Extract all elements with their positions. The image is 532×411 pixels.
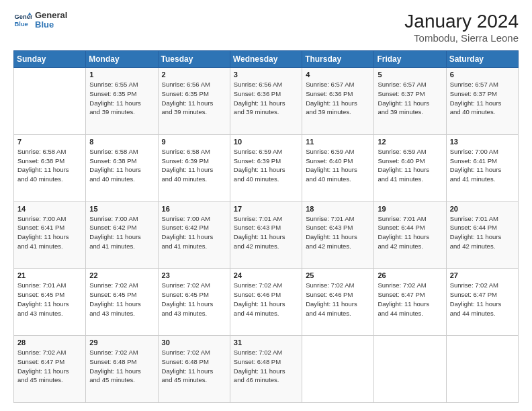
table-row: 8Sunrise: 6:58 AMSunset: 6:38 PMDaylight…: [86, 134, 158, 201]
day-info: Sunrise: 7:02 AMSunset: 6:48 PMDaylight:…: [234, 348, 298, 385]
calendar-week-row: 28Sunrise: 7:02 AMSunset: 6:47 PMDayligh…: [14, 336, 519, 403]
table-row: 17Sunrise: 7:01 AMSunset: 6:43 PMDayligh…: [230, 201, 302, 269]
day-number: 19: [378, 205, 442, 213]
calendar-week-row: 14Sunrise: 7:00 AMSunset: 6:41 PMDayligh…: [14, 201, 519, 269]
table-row: 2Sunrise: 6:56 AMSunset: 6:35 PMDaylight…: [158, 68, 230, 135]
day-info: Sunrise: 7:01 AMSunset: 6:44 PMDaylight:…: [378, 214, 442, 251]
day-info: Sunrise: 7:02 AMSunset: 6:47 PMDaylight:…: [450, 281, 515, 318]
table-row: 20Sunrise: 7:01 AMSunset: 6:44 PMDayligh…: [446, 201, 518, 269]
table-row: [14, 68, 86, 135]
logo: General Blue General Blue: [13, 11, 67, 30]
day-info: Sunrise: 7:00 AMSunset: 6:42 PMDaylight:…: [89, 214, 154, 251]
calendar-body: 1Sunrise: 6:55 AMSunset: 6:35 PMDaylight…: [14, 68, 519, 403]
day-number: 30: [162, 338, 226, 347]
calendar-header-row: Sunday Monday Tuesday Wednesday Thursday…: [14, 51, 519, 68]
day-info: Sunrise: 7:02 AMSunset: 6:45 PMDaylight:…: [162, 281, 226, 318]
day-info: Sunrise: 6:57 AMSunset: 6:36 PMDaylight:…: [306, 80, 370, 117]
day-info: Sunrise: 7:02 AMSunset: 6:47 PMDaylight:…: [378, 281, 442, 318]
table-row: 23Sunrise: 7:02 AMSunset: 6:45 PMDayligh…: [158, 269, 230, 336]
calendar-week-row: 7Sunrise: 6:58 AMSunset: 6:38 PMDaylight…: [14, 134, 519, 201]
table-row: 29Sunrise: 7:02 AMSunset: 6:48 PMDayligh…: [86, 336, 158, 403]
table-row: 16Sunrise: 7:00 AMSunset: 6:42 PMDayligh…: [158, 201, 230, 269]
svg-text:Blue: Blue: [15, 21, 28, 28]
day-number: 21: [17, 271, 82, 279]
table-row: 9Sunrise: 6:58 AMSunset: 6:39 PMDaylight…: [158, 134, 230, 201]
day-info: Sunrise: 6:59 AMSunset: 6:40 PMDaylight:…: [378, 147, 442, 184]
day-info: Sunrise: 6:58 AMSunset: 6:38 PMDaylight:…: [89, 147, 154, 184]
day-number: 23: [162, 271, 226, 279]
table-row: [302, 336, 374, 403]
col-monday: Monday: [86, 51, 158, 68]
day-info: Sunrise: 7:00 AMSunset: 6:41 PMDaylight:…: [17, 214, 82, 251]
day-number: 28: [17, 338, 82, 347]
day-number: 3: [234, 71, 298, 79]
day-number: 16: [162, 205, 226, 213]
day-info: Sunrise: 6:56 AMSunset: 6:35 PMDaylight:…: [162, 80, 226, 117]
col-tuesday: Tuesday: [158, 51, 230, 68]
day-info: Sunrise: 6:58 AMSunset: 6:38 PMDaylight:…: [17, 147, 82, 184]
day-info: Sunrise: 7:01 AMSunset: 6:43 PMDaylight:…: [234, 214, 298, 251]
day-info: Sunrise: 7:02 AMSunset: 6:47 PMDaylight:…: [17, 348, 82, 385]
day-info: Sunrise: 6:59 AMSunset: 6:40 PMDaylight:…: [306, 147, 370, 184]
day-info: Sunrise: 7:01 AMSunset: 6:44 PMDaylight:…: [450, 214, 515, 251]
day-number: 26: [378, 271, 442, 279]
title-block: January 2024 Tombodu, Sierra Leone: [404, 11, 519, 44]
table-row: [374, 336, 446, 403]
day-number: 1: [89, 71, 154, 79]
calendar-week-row: 21Sunrise: 7:01 AMSunset: 6:45 PMDayligh…: [14, 269, 519, 336]
table-row: 1Sunrise: 6:55 AMSunset: 6:35 PMDaylight…: [86, 68, 158, 135]
day-number: 2: [162, 71, 226, 79]
day-number: 6: [450, 71, 515, 79]
table-row: 13Sunrise: 7:00 AMSunset: 6:41 PMDayligh…: [446, 134, 518, 201]
day-number: 12: [378, 138, 442, 146]
table-row: 24Sunrise: 7:02 AMSunset: 6:46 PMDayligh…: [230, 269, 302, 336]
col-friday: Friday: [374, 51, 446, 68]
table-row: 5Sunrise: 6:57 AMSunset: 6:37 PMDaylight…: [374, 68, 446, 135]
day-info: Sunrise: 6:59 AMSunset: 6:39 PMDaylight:…: [234, 147, 298, 184]
table-row: 28Sunrise: 7:02 AMSunset: 6:47 PMDayligh…: [14, 336, 86, 403]
day-number: 22: [89, 271, 154, 279]
day-info: Sunrise: 7:01 AMSunset: 6:43 PMDaylight:…: [306, 214, 370, 251]
day-number: 14: [17, 205, 82, 213]
day-info: Sunrise: 7:00 AMSunset: 6:42 PMDaylight:…: [162, 214, 226, 251]
table-row: 6Sunrise: 6:57 AMSunset: 6:37 PMDaylight…: [446, 68, 518, 135]
day-info: Sunrise: 7:02 AMSunset: 6:45 PMDaylight:…: [89, 281, 154, 318]
day-info: Sunrise: 6:58 AMSunset: 6:39 PMDaylight:…: [162, 147, 226, 184]
table-row: 18Sunrise: 7:01 AMSunset: 6:43 PMDayligh…: [302, 201, 374, 269]
day-info: Sunrise: 6:57 AMSunset: 6:37 PMDaylight:…: [450, 80, 515, 117]
table-row: 11Sunrise: 6:59 AMSunset: 6:40 PMDayligh…: [302, 134, 374, 201]
page: General Blue General Blue January 2024 T…: [0, 0, 532, 411]
calendar-table: Sunday Monday Tuesday Wednesday Thursday…: [13, 50, 519, 403]
day-info: Sunrise: 6:56 AMSunset: 6:36 PMDaylight:…: [234, 80, 298, 117]
day-info: Sunrise: 7:00 AMSunset: 6:41 PMDaylight:…: [450, 147, 515, 184]
logo-text: General Blue: [35, 11, 67, 30]
table-row: 10Sunrise: 6:59 AMSunset: 6:39 PMDayligh…: [230, 134, 302, 201]
logo-icon: General Blue: [13, 11, 32, 30]
col-wednesday: Wednesday: [230, 51, 302, 68]
day-number: 4: [306, 71, 370, 79]
day-number: 27: [450, 271, 515, 279]
day-number: 29: [89, 338, 154, 347]
header: General Blue General Blue January 2024 T…: [13, 11, 519, 44]
col-sunday: Sunday: [14, 51, 86, 68]
day-number: 13: [450, 138, 515, 146]
table-row: [446, 336, 518, 403]
day-number: 10: [234, 138, 298, 146]
day-info: Sunrise: 6:55 AMSunset: 6:35 PMDaylight:…: [89, 80, 154, 117]
table-row: 14Sunrise: 7:00 AMSunset: 6:41 PMDayligh…: [14, 201, 86, 269]
day-info: Sunrise: 7:02 AMSunset: 6:48 PMDaylight:…: [162, 348, 226, 385]
table-row: 25Sunrise: 7:02 AMSunset: 6:46 PMDayligh…: [302, 269, 374, 336]
col-saturday: Saturday: [446, 51, 518, 68]
table-row: 19Sunrise: 7:01 AMSunset: 6:44 PMDayligh…: [374, 201, 446, 269]
table-row: 26Sunrise: 7:02 AMSunset: 6:47 PMDayligh…: [374, 269, 446, 336]
day-info: Sunrise: 7:02 AMSunset: 6:46 PMDaylight:…: [306, 281, 370, 318]
day-info: Sunrise: 7:02 AMSunset: 6:48 PMDaylight:…: [89, 348, 154, 385]
day-number: 15: [89, 205, 154, 213]
table-row: 15Sunrise: 7:00 AMSunset: 6:42 PMDayligh…: [86, 201, 158, 269]
day-number: 31: [234, 338, 298, 347]
table-row: 4Sunrise: 6:57 AMSunset: 6:36 PMDaylight…: [302, 68, 374, 135]
day-number: 25: [306, 271, 370, 279]
day-number: 20: [450, 205, 515, 213]
calendar-subtitle: Tombodu, Sierra Leone: [404, 32, 519, 44]
day-info: Sunrise: 7:01 AMSunset: 6:45 PMDaylight:…: [17, 281, 82, 318]
